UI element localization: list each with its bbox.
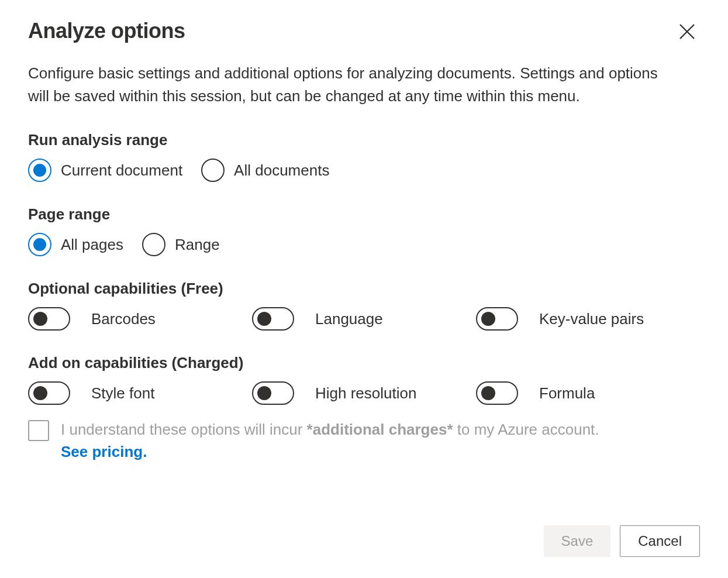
optional-capabilities-label: Optional capabilities (Free)	[28, 280, 700, 298]
radio-icon	[28, 159, 51, 182]
toggle-label: Style font	[91, 384, 154, 402]
see-pricing-link[interactable]: See pricing.	[61, 443, 147, 460]
charges-consent-text: I understand these options will incur *a…	[61, 419, 599, 463]
toggle-label: Language	[315, 310, 383, 328]
radio-all-pages[interactable]: All pages	[28, 233, 123, 256]
run-analysis-range-label: Run analysis range	[28, 131, 700, 149]
toggle-label: Key-value pairs	[539, 310, 644, 328]
toggle-language: Language	[252, 307, 476, 331]
page-range-group: All pages Range	[28, 233, 700, 256]
toggle-switch[interactable]	[476, 307, 518, 331]
addon-capabilities-group: Style font High resolution Formula	[28, 381, 700, 405]
toggle-key-value-pairs: Key-value pairs	[476, 307, 700, 331]
toggle-label: Barcodes	[91, 310, 156, 328]
page-range-label: Page range	[28, 205, 700, 223]
cancel-button[interactable]: Cancel	[620, 525, 700, 557]
toggle-high-resolution: High resolution	[252, 381, 476, 405]
radio-label: Range	[175, 236, 220, 254]
toggle-switch[interactable]	[476, 381, 518, 405]
consent-bold: *additional charges*	[307, 421, 453, 438]
toggle-switch[interactable]	[252, 381, 294, 405]
run-analysis-range-group: Current document All documents	[28, 159, 700, 182]
toggle-formula: Formula	[476, 381, 700, 405]
radio-icon	[142, 233, 165, 256]
toggle-switch[interactable]	[28, 307, 70, 331]
panel-footer: Save Cancel	[544, 525, 700, 557]
close-icon	[679, 23, 695, 40]
charges-consent-checkbox[interactable]	[28, 420, 49, 441]
radio-label: All documents	[234, 161, 329, 180]
radio-icon	[201, 159, 225, 182]
radio-current-document[interactable]: Current document	[28, 159, 182, 182]
radio-all-documents[interactable]: All documents	[201, 159, 329, 182]
toggle-barcodes: Barcodes	[28, 307, 252, 331]
close-button[interactable]	[674, 19, 700, 44]
panel-description: Configure basic settings and additional …	[28, 62, 660, 108]
radio-icon	[28, 233, 51, 256]
toggle-label: High resolution	[315, 384, 416, 402]
toggle-switch[interactable]	[28, 381, 70, 405]
radio-label: Current document	[61, 161, 182, 180]
radio-range[interactable]: Range	[142, 233, 220, 256]
toggle-label: Formula	[539, 384, 595, 402]
consent-prefix: I understand these options will incur	[61, 421, 307, 438]
panel-title: Analyze options	[28, 19, 185, 43]
toggle-style-font: Style font	[28, 381, 252, 405]
radio-label: All pages	[61, 236, 123, 254]
consent-suffix: to my Azure account.	[453, 421, 599, 438]
analyze-options-panel: Analyze options Configure basic settings…	[0, 0, 728, 578]
optional-capabilities-group: Barcodes Language Key-value pairs	[28, 307, 700, 331]
save-button[interactable]: Save	[544, 525, 611, 557]
toggle-switch[interactable]	[252, 307, 294, 331]
panel-header: Analyze options	[28, 19, 700, 62]
addon-capabilities-label: Add on capabilities (Charged)	[28, 354, 700, 372]
charges-consent-row: I understand these options will incur *a…	[28, 419, 700, 463]
